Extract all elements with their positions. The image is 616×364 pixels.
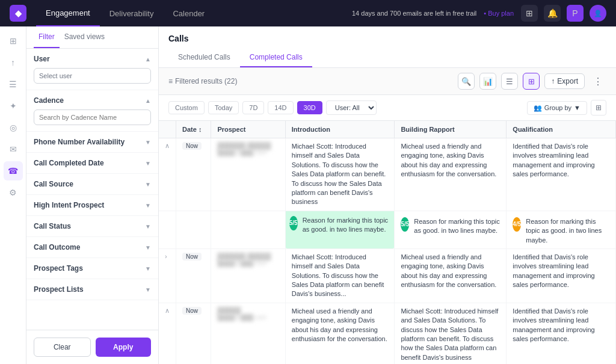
qual-score-text: Reason for marking this topic as good. i… [526,217,609,245]
filter-section-phone-label: Phone Number Availability [34,138,125,146]
apply-button[interactable]: Apply [96,338,152,357]
custom-label: Custom [175,104,198,111]
filter-indicator: ≡ Filtered results (22) [168,77,237,85]
sidebar-item-home[interactable]: ⊞ [4,31,23,51]
prospect-cell: ██████ █████ ████@███.com [211,248,285,303]
col-header-date[interactable]: Date ↕ [176,121,211,138]
filter-section-call-status-header[interactable]: Call Status ▼ [34,222,151,230]
prospect-email: ████@███.com [217,314,279,321]
filter-section-call-source-label: Call Source [34,180,73,188]
sidebar-item-phone[interactable]: ☎ [4,161,23,180]
filter-section-prospect-lists-label: Prospect Lists [34,285,84,294]
intro-text: Michael Scott: Introduced himself and Sa… [292,142,389,207]
sidebar-item-star[interactable]: ✦ [4,96,23,116]
filter-section-cadence: Cadence ▲ [26,90,158,132]
filter-section-call-outcome-header[interactable]: Call Outcome ▼ [34,243,151,251]
nav-tab-calender[interactable]: Calender [163,0,214,26]
filter-section-prospect-lists: Prospect Lists ▼ [26,279,158,300]
group-by-icon: 👥 [534,104,542,112]
intro-cell: Michael Scott: Introduced himself and Sa… [285,248,395,303]
apps-icon-btn[interactable]: ⊞ [521,5,538,22]
col-header-qualification[interactable]: Qualification [507,121,616,138]
col-header-expand [159,121,176,138]
filter-user-select[interactable]: Select user [34,68,151,84]
more-options-button[interactable]: ⋮ [590,73,606,90]
qual-text: Identified that Davis's role involves st… [513,253,609,290]
cadence-search-input[interactable] [34,110,151,125]
col-header-prospect[interactable]: Prospect [211,121,285,138]
filter-section-prospect-lists-header[interactable]: Prospect Lists ▼ [34,285,151,294]
filter-section-call-completed-header[interactable]: Call Completed Date ▼ [34,159,151,167]
sidebar-item-settings[interactable]: ⚙ [4,183,23,202]
toolbar-right: 🔍 📊 ☰ ⊞ ↑ Export ⋮ [458,73,606,90]
table-row: › Now ██████ █████ ████@███.com Michael … [159,248,616,303]
col-header-rapport[interactable]: Building Rapport [395,121,507,138]
date-filters-right: 👥 Group by ▼ ⊞ [527,100,606,116]
nav-right: 14 days and 700 emails are left in free … [352,5,606,22]
user-avatar[interactable]: 👤 [590,5,606,22]
filter-tab-filter[interactable]: Filter [34,26,60,48]
filter-section-call-source: Call Source ▼ [26,174,158,195]
date-chip-7d[interactable]: 7D [242,101,264,114]
prospect-email: ████@███.com [217,260,279,267]
filter-panel: Filter Saved views User ▲ Select user Ca… [26,26,159,364]
grid-icon-btn[interactable]: ⊞ [523,73,540,90]
table-row: ∧ Now █████ ████@███.com Micheal used a … [159,303,616,364]
rapport-cell: Micheal used a friendly and engaging ton… [395,138,507,211]
sidebar-item-upload[interactable]: ↑ [4,53,23,72]
notification-icon-btn[interactable]: 🔔 [544,5,561,22]
filter-section-call-outcome: Call Outcome ▼ [26,237,158,258]
settings-icon-btn[interactable]: P [567,5,584,22]
score-rapport-cell: 5/5 Reason for marking this topic as goo… [395,211,507,248]
date-chip-14d[interactable]: 14D [268,101,293,114]
sidebar-item-circle[interactable]: ◎ [4,118,23,137]
tab-scheduled-calls[interactable]: Scheduled Calls [168,48,240,67]
buy-plan-link[interactable]: • Buy plan [484,10,514,17]
filter-section-call-outcome-chevron: ▼ [145,244,151,251]
list-icon-btn[interactable]: ☰ [501,73,518,90]
toolbar: ≡ Filtered results (22) 🔍 📊 ☰ ⊞ ↑ Export… [159,68,616,95]
filter-section-prospect-tags-header[interactable]: Prospect Tags ▼ [34,264,151,273]
filter-section-user-header[interactable]: User ▲ [34,55,151,63]
prospect-cell: ██████ █████ ████@███.com [211,138,285,211]
chart-icon-btn[interactable]: 📊 [479,73,496,90]
filter-section-call-completed-chevron: ▼ [145,160,151,167]
user-filter-select[interactable]: User: All [326,100,377,115]
intro-cell: Michael Scott: Introduced himself and Sa… [285,138,395,211]
filter-section-call-completed-label: Call Completed Date [34,159,104,167]
expand-cell[interactable]: ∧ [159,303,176,364]
date-chip-30d[interactable]: 30D [297,101,322,114]
score-expand-cell [159,211,176,248]
sidebar-item-mail[interactable]: ✉ [4,140,23,159]
filter-section-call-source-header[interactable]: Call Source ▼ [34,180,151,188]
nav-tab-engagement[interactable]: Engagement [36,0,100,26]
filter-tab-saved[interactable]: Saved views [60,26,109,48]
sidebar-item-list[interactable]: ☰ [4,75,23,94]
score-intro-cell: 5/5 Reason for marking this topic as goo… [285,211,395,248]
table-view-btn[interactable]: ⊞ [591,100,606,116]
qual-text: Identified that Davis's role involves st… [513,142,609,179]
date-chip-custom[interactable]: Custom [168,101,205,114]
filter-section-phone-header[interactable]: Phone Number Availability ▼ [34,138,151,146]
score-row-rapport: 5/5 Reason for marking this topic as goo… [401,217,500,236]
nav-icons: ⊞ 🔔 P 👤 [521,5,606,22]
filter-section-call-status-label: Call Status [34,222,71,230]
filter-section-high-intent-header[interactable]: High Intent Prospect ▼ [34,201,151,209]
expand-cell[interactable]: › [159,248,176,303]
search-icon-btn[interactable]: 🔍 [458,73,475,90]
table-wrapper: Date ↕ Prospect Introduction Building Ra… [159,121,616,364]
expand-cell[interactable]: ∧ [159,138,176,211]
export-button[interactable]: ↑ Export [544,73,585,89]
rapport-cell: Michael Scott: Introduced himself and Sa… [395,303,507,364]
clear-button[interactable]: Clear [34,338,91,357]
group-by-button[interactable]: 👥 Group by ▼ [527,101,587,115]
prospect-cell: █████ ████@███.com [211,303,285,364]
date-cell: Now [176,248,211,303]
col-header-introduction[interactable]: Introduction [285,121,395,138]
nav-tab-deliverability[interactable]: Deliverability [100,0,164,26]
filter-section-cadence-header[interactable]: Cadence ▲ [34,96,151,105]
date-chip-today[interactable]: Today [208,101,239,114]
logo-icon: ◆ [10,5,26,22]
filter-section-prospect-tags-chevron: ▼ [145,265,151,272]
tab-completed-calls[interactable]: Completed Calls [240,48,312,67]
